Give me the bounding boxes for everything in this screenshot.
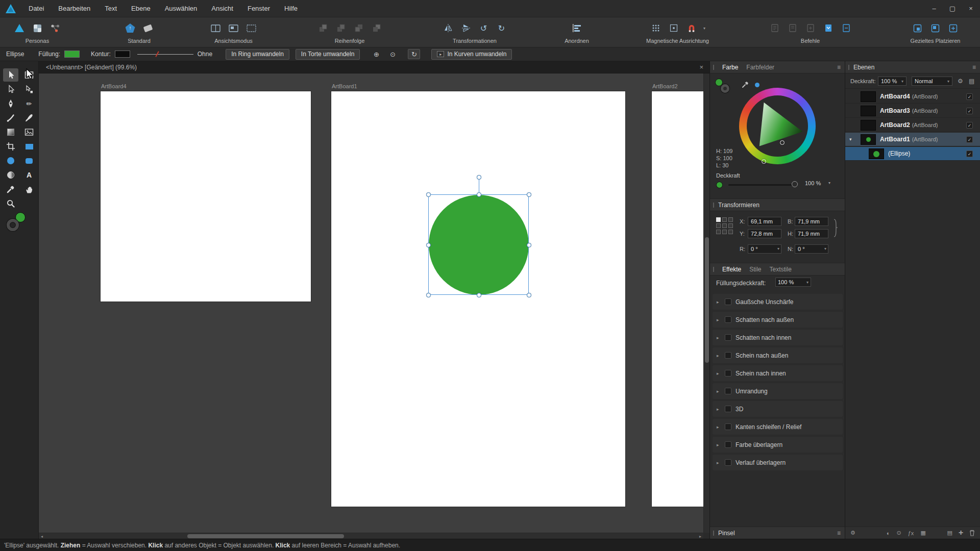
fill-tool[interactable] (3, 126, 18, 139)
color-mode-icon[interactable] (755, 83, 760, 87)
insert-inside-icon[interactable] (910, 20, 925, 36)
view-outline-icon[interactable] (244, 20, 259, 36)
canvas[interactable]: ArtBoard4 ArtBoard1 ArtBoard2 ◂ ▸ (39, 73, 709, 539)
menu-ebene[interactable]: Ebene (124, 0, 158, 17)
effect-row[interactable]: ▸ Schein nach innen (713, 365, 843, 381)
layer-settings-icon[interactable]: ⚙ (958, 78, 963, 85)
artboard-label[interactable]: ArtBoard1 (332, 83, 357, 89)
minimize-button[interactable]: – (925, 0, 943, 17)
rotation-handle[interactable] (477, 175, 481, 180)
node-tool[interactable] (3, 83, 18, 96)
hand-tool[interactable] (21, 183, 37, 196)
menu-datei[interactable]: Datei (21, 0, 51, 17)
anchor-cell[interactable] (722, 217, 727, 222)
point-transform-tool[interactable] (21, 83, 37, 96)
new-group-icon[interactable]: ▦ (920, 530, 925, 536)
artboard-4[interactable] (101, 91, 311, 302)
mask-layer-icon[interactable]: ◐ (887, 530, 890, 536)
convert-to-pie-button[interactable]: In Torte umwandeln (296, 49, 360, 60)
effect-checkbox[interactable] (725, 388, 731, 394)
link-dimensions-icon[interactable] (832, 218, 838, 239)
command-blue-icon-1[interactable] (821, 20, 836, 36)
menu-bearbeiten[interactable]: Bearbeiten (51, 0, 97, 17)
effect-checkbox[interactable] (725, 298, 731, 305)
anchor-cell[interactable] (728, 217, 733, 222)
selection-handle[interactable] (477, 192, 481, 197)
convert-to-ring-button[interactable]: In Ring umwandeln (226, 49, 289, 60)
layer-visibility-checkbox[interactable]: ✓ (966, 136, 973, 143)
pencil-tool[interactable]: ✏ (21, 97, 37, 110)
order-forward-icon[interactable] (333, 20, 349, 36)
pixel-persona-icon[interactable] (30, 20, 45, 36)
rotate-cw-icon[interactable]: ↻ (494, 20, 509, 36)
effect-checkbox[interactable] (725, 406, 731, 412)
menu-auswaehlen[interactable]: Auswählen (158, 0, 205, 17)
expand-icon[interactable]: ▸ (717, 442, 721, 447)
sl-marker[interactable] (780, 140, 785, 145)
zoom-tool[interactable] (3, 197, 18, 210)
rounded-rectangle-tool[interactable] (21, 154, 37, 167)
stroke-width-control[interactable] (137, 50, 193, 58)
x-field[interactable]: 69,1 mm (748, 217, 781, 226)
layer-options-icon[interactable]: ▤ (969, 78, 974, 85)
selection-handle[interactable] (426, 243, 431, 247)
layer-visibility-checkbox[interactable]: ✓ (966, 122, 973, 129)
effect-row[interactable]: ▸ Verlauf überlagern (713, 455, 843, 470)
magnet-icon[interactable] (684, 20, 699, 36)
panel-grip[interactable] (713, 531, 714, 536)
view-split-icon[interactable] (208, 20, 224, 36)
vector-brush-tool[interactable] (3, 111, 18, 124)
selection-handle[interactable] (527, 192, 531, 197)
layer-row-artboard4[interactable]: ArtBoard4(ArtBoard) ✓ (845, 90, 980, 104)
insert-on-top-icon[interactable] (928, 20, 943, 36)
insert-behind-icon[interactable] (946, 20, 961, 36)
layer-row-ellipse[interactable]: (Ellipse) ✓ (845, 147, 980, 161)
anchor-cell[interactable] (728, 223, 733, 228)
selection-handle[interactable] (527, 293, 531, 297)
command-doc-icon-1[interactable] (767, 20, 782, 36)
expand-icon[interactable]: ▸ (717, 460, 721, 465)
ellipse-tool[interactable] (3, 154, 18, 167)
stroke-swatch[interactable] (115, 51, 130, 58)
effect-checkbox[interactable] (725, 423, 731, 430)
snap-grid-icon[interactable] (648, 20, 664, 36)
dropdown-icon[interactable]: ▾ (824, 245, 826, 253)
panel-menu-icon[interactable]: ≡ (972, 64, 976, 71)
menu-ansicht[interactable]: Ansicht (204, 0, 240, 17)
horizontal-scroll-thumb[interactable] (187, 534, 344, 538)
layer-visibility-checkbox[interactable]: ✓ (966, 151, 973, 157)
active-stroke-swatch[interactable] (721, 84, 729, 93)
command-doc-icon-3[interactable] (803, 20, 818, 36)
y-field[interactable]: 72,8 mm (748, 229, 781, 238)
layer-visibility-checkbox[interactable]: ✓ (966, 108, 973, 114)
crop-tool[interactable] (3, 140, 18, 153)
fill-opacity-dropdown[interactable]: 100 %▾ (775, 278, 811, 287)
effect-row[interactable]: ▸ Schein nach außen (713, 347, 843, 363)
effect-row[interactable]: ▸ Umrandung (713, 383, 843, 399)
tab-farbfelder[interactable]: Farbfelder (742, 64, 778, 71)
tab-stile[interactable]: Stile (745, 266, 765, 273)
artboard-label[interactable]: ArtBoard4 (101, 83, 127, 89)
scroll-right-icon[interactable]: ▸ (697, 533, 703, 539)
align-icon[interactable] (569, 20, 584, 36)
expand-icon[interactable]: ▸ (717, 389, 721, 394)
shear-field[interactable]: 0 °▾ (795, 244, 828, 254)
fill-swatch[interactable] (64, 51, 80, 58)
pen-tool[interactable] (3, 97, 18, 110)
panel-grip[interactable] (848, 65, 849, 70)
eyedropper-icon[interactable] (742, 81, 749, 88)
horizontal-scrollbar[interactable]: ◂ ▸ (39, 533, 703, 539)
effect-checkbox[interactable] (725, 334, 731, 341)
flip-horizontal-icon[interactable] (440, 20, 456, 36)
opacity-value[interactable]: 100 % (805, 180, 821, 186)
expand-icon[interactable]: ▸ (717, 317, 721, 322)
expand-icon[interactable]: ▸ (717, 407, 721, 412)
panel-grip[interactable] (713, 203, 714, 208)
anchor-cell[interactable] (728, 230, 733, 234)
selection-handle[interactable] (527, 243, 531, 247)
layer-link-icon[interactable]: ⚙ (850, 530, 855, 536)
effect-row[interactable]: ▸ 3D (713, 401, 843, 417)
transparency-tool[interactable] (3, 168, 18, 182)
new-layer-icon[interactable]: ▤ (947, 530, 952, 536)
artboard-label[interactable]: ArtBoard2 (652, 83, 678, 89)
